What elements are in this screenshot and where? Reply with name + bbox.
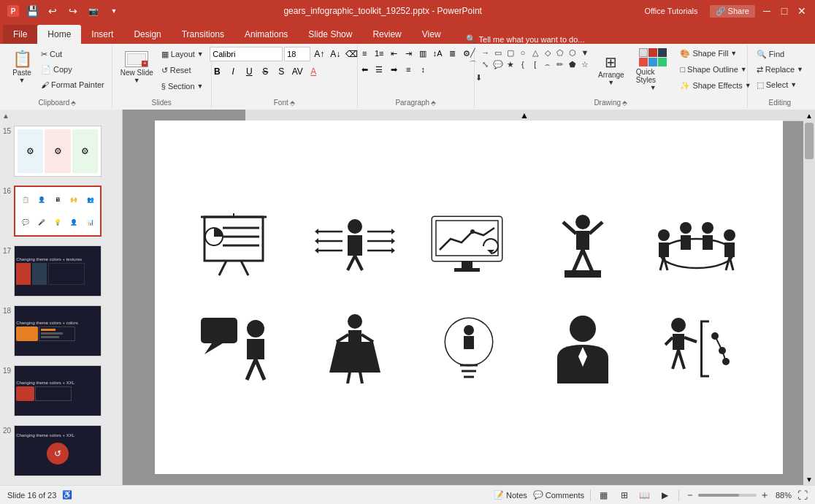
icon-person-speech[interactable] [194, 312, 288, 385]
font-name-input[interactable]: Calibri [210, 47, 283, 61]
quick-styles-button[interactable]: Quick Styles ▼ [632, 47, 675, 92]
paste-button[interactable]: 📋 Paste ▼ [7, 47, 37, 88]
icon-person-podium[interactable] [307, 312, 402, 385]
bullets-button[interactable]: ≡ [358, 47, 371, 60]
tab-home[interactable]: Home [37, 25, 81, 44]
shape-line[interactable]: ╱ [467, 47, 479, 58]
slide-thumb-15[interactable]: ★ 15 ⚙ ⚙ ⚙ [0, 121, 122, 181]
cut-button[interactable]: ✂Cut [38, 47, 107, 61]
justify-button[interactable]: ≡ [402, 63, 415, 76]
shape-effects-button[interactable]: ✨Shape Effects▼ [677, 79, 754, 92]
font-size-input[interactable]: 18 [284, 47, 310, 61]
slide-thumb-19[interactable]: 19 Changing theme colors + XXL [0, 361, 122, 421]
char-spacing-button[interactable]: AV [290, 64, 305, 79]
zoom-out-button[interactable]: － [685, 489, 695, 502]
align-left-button[interactable]: ⬅ [358, 63, 371, 76]
qa-redo[interactable]: ↪ [66, 4, 80, 18]
shape-rounded-rect[interactable]: ▢ [505, 47, 516, 58]
slide-thumb-20[interactable]: 20 Changing theme colors + XXL ↺ [0, 421, 122, 481]
icon-presentation-board[interactable] [194, 210, 288, 283]
tab-slideshow[interactable]: Slide Show [298, 25, 362, 44]
shape-star[interactable]: ★ [505, 58, 516, 70]
scroll-up-arrow[interactable]: ▲ [803, 110, 815, 121]
icon-person-bust[interactable] [535, 312, 630, 385]
share-button[interactable]: 🔗 Share [710, 5, 755, 18]
shape-custom[interactable]: ☆ [579, 58, 591, 70]
reset-button[interactable]: ↺Reset [158, 63, 207, 77]
shape-brace[interactable]: { [517, 58, 529, 70]
section-button[interactable]: §Section▼ [158, 79, 207, 93]
icon-lightbulb-person[interactable] [421, 312, 516, 385]
office-tutorials-link[interactable]: Office Tutorials [644, 7, 697, 15]
bold-button[interactable]: B [210, 64, 224, 79]
shape-down-scroll[interactable]: ⬇ [467, 72, 491, 83]
slide-img-15[interactable]: ⚙ ⚙ ⚙ [14, 126, 102, 177]
clipboard-expand[interactable]: ⬘ [71, 99, 76, 107]
shape-more[interactable]: ▼ [579, 47, 591, 58]
tab-design[interactable]: Design [123, 25, 171, 44]
maximize-button[interactable]: □ [778, 5, 790, 17]
slide-panel-scroll-down[interactable]: ▼ [0, 481, 12, 485]
tab-view[interactable]: View [412, 25, 451, 44]
slide-img-16[interactable]: 📋 👤 🖥 🙌 👥 💬 🎤 💡 👤 📊 [14, 186, 102, 237]
zoom-percent[interactable]: 88% [776, 491, 792, 500]
arrange-button[interactable]: ⊞ Arrange ▼ [594, 47, 629, 92]
normal-view-button[interactable]: ▦ [597, 488, 611, 503]
shape-diamond[interactable]: ◇ [542, 47, 554, 58]
slide-img-20[interactable]: Changing theme colors + XXL ↺ [14, 425, 102, 476]
increase-indent-button[interactable]: ⇥ [402, 47, 415, 60]
font-decrease-button[interactable]: A↓ [328, 47, 343, 61]
shape-connector[interactable]: ⤡ [480, 58, 491, 70]
shape-hex[interactable]: ⬡ [567, 47, 578, 58]
align-right-button[interactable]: ➡ [387, 63, 400, 76]
reading-view-button[interactable]: 📖 [638, 488, 652, 503]
decrease-indent-button[interactable]: ⇤ [387, 47, 400, 60]
underline-button[interactable]: U [242, 64, 256, 79]
close-button[interactable]: ✕ [796, 5, 808, 17]
minimize-button[interactable]: ─ [761, 5, 773, 17]
format-painter-button[interactable]: 🖌Format Painter [38, 77, 107, 92]
font-increase-button[interactable]: A↑ [312, 47, 326, 61]
slide-img-18[interactable]: Changing theme colors + colors [14, 305, 102, 356]
icon-person-arrows[interactable] [307, 210, 402, 283]
slideshow-button[interactable]: ▶ [658, 488, 673, 503]
tab-insert[interactable]: Insert [81, 25, 123, 44]
shape-circle[interactable]: ○ [517, 47, 529, 58]
tab-review[interactable]: Review [362, 25, 411, 44]
tab-animations[interactable]: Animations [234, 25, 298, 44]
icon-monitor-chart[interactable] [421, 210, 516, 283]
zoom-slider[interactable] [698, 494, 757, 497]
shape-curve[interactable]: ⌒ [467, 58, 479, 70]
align-center-button[interactable]: ☰ [372, 63, 386, 76]
shadow-button[interactable]: S [274, 64, 288, 79]
slide-thumb-16[interactable]: 16 📋 👤 🖥 🙌 👥 💬 🎤 💡 👤 📊 [0, 181, 122, 241]
drawing-expand[interactable]: ⬘ [622, 99, 627, 107]
font-expand[interactable]: ⬘ [290, 99, 295, 107]
font-color-button[interactable]: A [306, 64, 321, 79]
fit-to-window-button[interactable]: ⛶ [797, 489, 808, 501]
qa-dropdown[interactable]: ▼ [107, 4, 121, 18]
new-slide-button[interactable]: + New Slide ▼ [117, 47, 157, 88]
slide-thumb-17[interactable]: 17 Changing theme colors + textures [0, 241, 122, 301]
slide-img-19[interactable]: Changing theme colors + XXL [14, 365, 102, 416]
tab-transitions[interactable]: Transitions [172, 25, 234, 44]
tell-me-input[interactable]: 🔍Tell me what you want to do... [466, 34, 585, 44]
notes-button[interactable]: 📝Notes [494, 490, 527, 500]
slide-img-17[interactable]: Changing theme colors + textures [14, 245, 102, 297]
icon-person-success[interactable] [535, 210, 630, 283]
scroll-down-arrow[interactable]: ▼ [803, 473, 815, 485]
shape-outline-button[interactable]: □Shape Outline▼ [677, 63, 754, 76]
copy-button[interactable]: 📄Copy [38, 62, 107, 77]
qa-undo[interactable]: ↩ [45, 4, 60, 18]
icon-person-chart[interactable] [649, 312, 744, 385]
shape-free[interactable]: ✏ [554, 58, 566, 70]
columns-button[interactable]: ▥ [416, 47, 429, 60]
icon-meeting-group[interactable] [649, 210, 744, 283]
layout-button[interactable]: ▦Layout▼ [158, 47, 207, 61]
align-text-button[interactable]: ≣ [445, 47, 459, 60]
shape-rect[interactable]: ▭ [492, 47, 504, 58]
line-spacing-button[interactable]: ↕ [416, 63, 429, 76]
slide-sorter-button[interactable]: ⊞ [617, 488, 632, 503]
replace-button[interactable]: ⇄Replace▼ [752, 62, 808, 77]
italic-button[interactable]: I [226, 64, 240, 79]
